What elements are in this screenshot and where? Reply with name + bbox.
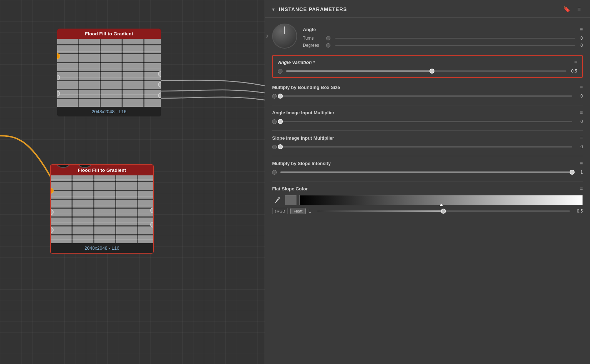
panel-header: ▾ INSTANCE PARAMETERS 🔖 ≡ [265,0,590,18]
angle-degrees-row: Degrees 0 [303,43,583,48]
angle-controls: Angle ≡ Turns 0 Degrees 0 [303,24,583,48]
flat-slope-color-label-row: Flat Slope Color ≡ [272,186,583,191]
multiply-slope-label-row: Multiply by Slope Intensity ≡ [272,160,583,166]
multiply-bounding-dot[interactable] [272,94,277,99]
color-bottom-row: sRGB Float L 0.5 [272,208,583,214]
slope-image-multiplier-thumb[interactable] [278,144,283,149]
degrees-spacer [335,45,575,46]
angle-section: 0 Angle ≡ Turns 0 Degrees [272,24,583,49]
slope-image-multiplier-section: Slope Image Input Multiplier ≡ 0 [272,135,583,149]
eyedropper-button[interactable] [272,195,282,205]
angle-image-multiplier-menu[interactable]: ≡ [580,110,583,115]
degrees-label: Degrees [303,43,323,48]
save-preset-button[interactable]: 🔖 [561,5,572,13]
angle-image-multiplier-label-row: Angle Image Input Multiplier ≡ [272,110,583,115]
angle-variation-track[interactable] [286,70,566,72]
multiply-bounding-value: 0 [576,94,583,99]
multiply-bounding-slider-row: 0 [272,94,583,99]
divider-4 [272,181,583,181]
divider-2 [272,130,583,131]
slope-image-multiplier-track[interactable] [280,146,572,148]
slope-image-multiplier-menu[interactable]: ≡ [580,135,583,141]
angle-image-multiplier-track[interactable] [280,121,572,122]
angle-label: Angle [303,27,316,32]
slope-image-multiplier-value: 0 [576,144,583,149]
angle-variation-thumb[interactable] [429,69,434,74]
color-gradient-bar[interactable] [299,195,583,205]
angle-knob-zero-label: 0 [266,34,268,38]
l-label: L [309,209,311,214]
turns-spacer [335,38,575,39]
right-panel: ▾ INSTANCE PARAMETERS 🔖 ≡ 0 Angle ≡ Tu [265,0,590,364]
turns-label: Turns [303,36,323,41]
angle-image-multiplier-slider-row: 0 [272,119,583,124]
angle-image-multiplier-dot[interactable] [272,119,277,124]
multiply-slope-section: Multiply by Slope Intensity ≡ 1 [272,160,583,175]
color-gradient-thumb [439,204,443,206]
multiply-bounding-thumb[interactable] [278,94,283,99]
angle-image-multiplier-thumb[interactable] [278,119,283,124]
degrees-value: 0 [580,43,583,48]
angle-variation-value: 0.5 [570,69,577,74]
bottom-node[interactable]: 📄 ⧉ Flood Fill to Gradient 2048x2048 - L… [50,164,154,254]
angle-knob[interactable]: 0 [272,24,297,49]
multiply-bounding-track[interactable] [280,95,572,97]
bottom-node-icons: 📄 ⧉ [54,164,94,168]
l-slider-value: 0.5 [576,209,583,214]
turns-dot[interactable] [326,36,330,40]
angle-image-multiplier-section: Angle Image Input Multiplier ≡ 0 [272,110,583,124]
bottom-node-image [51,175,153,243]
slope-image-multiplier-slider-row: 0 [272,144,583,149]
panel-title: INSTANCE PARAMETERS [279,6,557,12]
slope-image-multiplier-dot[interactable] [272,145,277,149]
l-slider-track[interactable] [317,210,570,212]
top-node-label: 2048x2048 - L16 [57,107,161,116]
multiply-bounding-section: Multiply by Bounding Box Size ≡ 0 [272,84,583,99]
multiply-bounding-label: Multiply by Bounding Box Size [272,85,340,90]
top-node-header: Flood Fill to Gradient [57,29,161,39]
divider-1 [272,105,583,105]
collapse-icon[interactable]: ▾ [272,6,275,12]
l-slider-thumb[interactable] [441,209,446,214]
srgb-badge[interactable]: sRGB [272,208,287,214]
angle-variation-label-row: Angle Variation * ≡ [278,59,577,65]
multiply-slope-dot[interactable] [272,170,277,175]
panel-content: 0 Angle ≡ Turns 0 Degrees [265,18,590,364]
float-badge[interactable]: Float [290,208,305,214]
multiply-slope-fill [280,171,572,173]
flat-slope-color-section: Flat Slope Color ≡ sRGB Float L [272,186,583,214]
slope-image-multiplier-label: Slope Image Input Multiplier [272,135,334,141]
angle-turns-row: Turns 0 [303,36,583,41]
l-slider-fill [317,210,443,212]
angle-variation-section: Angle Variation * ≡ 0.5 [272,55,583,78]
copy-icon-circle: ⧉ [76,164,94,168]
header-actions: 🔖 ≡ [561,5,583,13]
angle-variation-slider-row: 0.5 [278,69,577,74]
turns-value: 0 [580,36,583,41]
panel-menu-button[interactable]: ≡ [575,5,583,13]
multiply-slope-slider-row: 1 [272,170,583,175]
bottom-node-label: 2048x2048 - L16 [51,243,153,253]
top-node[interactable]: Flood Fill to Gradient 2048x2048 - L16 [57,29,161,116]
multiply-slope-label: Multiply by Slope Intensity [272,161,331,166]
color-row [272,195,583,205]
flat-slope-color-label: Flat Slope Color [272,186,308,191]
angle-variation-label: Angle Variation * [278,60,315,65]
multiply-bounding-menu[interactable]: ≡ [580,84,583,90]
color-swatch[interactable] [285,195,296,205]
angle-menu-icon[interactable]: ≡ [580,26,583,32]
angle-knob-line [284,26,285,34]
node-graph[interactable]: Flood Fill to Gradient 2048x2048 - L16 📄… [0,0,265,364]
top-node-image [57,39,161,107]
multiply-slope-menu[interactable]: ≡ [580,160,583,166]
degrees-dot[interactable] [326,43,330,48]
angle-variation-menu[interactable]: ≡ [574,59,577,65]
angle-variation-dot[interactable] [278,69,282,74]
multiply-slope-thumb[interactable] [570,170,575,175]
flat-slope-color-menu[interactable]: ≡ [580,186,583,191]
multiply-bounding-label-row: Multiply by Bounding Box Size ≡ [272,84,583,90]
angle-image-multiplier-label: Angle Image Input Multiplier [272,110,334,115]
divider-3 [272,156,583,156]
angle-image-multiplier-value: 0 [576,119,583,124]
multiply-slope-track[interactable] [280,171,572,173]
